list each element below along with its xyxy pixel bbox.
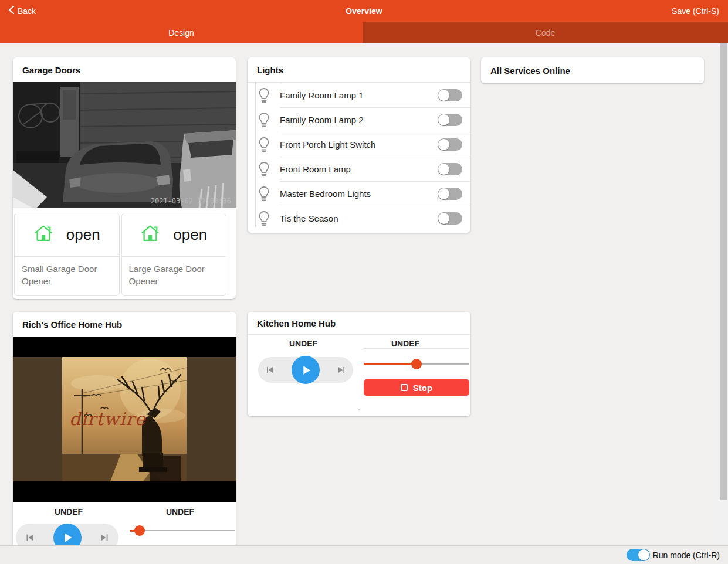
stop-button-label: Stop xyxy=(413,383,432,393)
lights-list: Family Room Lamp 1 Family Room Lamp 2 Fr… xyxy=(248,83,470,230)
office-hub-artwork: dirtwire xyxy=(13,337,236,502)
house-icon xyxy=(140,224,160,246)
tab-design[interactable]: Design xyxy=(0,22,363,43)
light-toggle[interactable] xyxy=(438,138,462,151)
tab-code[interactable]: Code xyxy=(363,22,728,43)
office-media-controls xyxy=(16,524,118,545)
slider-track xyxy=(130,530,235,531)
card-kitchen-home-hub: Kitchen Home Hub UNDEF UNDEF xyxy=(248,312,470,416)
light-row: Family Room Lamp 1 xyxy=(248,83,470,107)
light-row: Tis the Season xyxy=(248,206,470,230)
office-hub-controls xyxy=(13,522,236,545)
garage-opener-small: open Small Garage Door Opener xyxy=(14,213,120,296)
light-toggle[interactable] xyxy=(438,212,462,225)
skip-previous-button[interactable] xyxy=(264,364,276,376)
card-office-home-hub: Rich's Office Home Hub xyxy=(13,312,236,545)
light-row: Master Bedroom Lights xyxy=(248,181,470,206)
garage-door-state: open xyxy=(173,226,207,244)
card-garage-doors: Garage Doors xyxy=(13,57,236,299)
slider-knob[interactable] xyxy=(134,525,145,536)
album-art: dirtwire xyxy=(13,357,236,481)
light-toggle[interactable] xyxy=(438,114,462,126)
lightbulb-icon xyxy=(248,111,280,128)
garage-card-title: Garage Doors xyxy=(13,57,236,82)
light-toggle[interactable] xyxy=(438,163,462,175)
page-title: Overview xyxy=(0,6,728,16)
garage-open-button-large[interactable]: open xyxy=(122,213,226,257)
light-label: Family Room Lamp 2 xyxy=(280,115,438,125)
house-icon xyxy=(33,224,53,246)
slider-knob[interactable] xyxy=(411,359,422,369)
stop-square-icon xyxy=(401,384,408,391)
garage-opener-large: open Large Garage Door Opener xyxy=(121,213,227,296)
lightbulb-icon xyxy=(248,136,280,152)
garage-opener-label: Large Garage Door Opener xyxy=(122,257,226,295)
kitchen-column-divider xyxy=(364,348,469,349)
play-button[interactable] xyxy=(53,524,82,545)
light-toggle[interactable] xyxy=(438,188,462,200)
services-status-text: All Services Online xyxy=(481,66,580,76)
kitchen-track-label: UNDEF xyxy=(248,339,359,348)
light-row: Family Room Lamp 2 xyxy=(248,107,470,132)
album-title-text: dirtwire xyxy=(69,409,147,429)
light-row: Front Room Lamp xyxy=(248,157,470,181)
office-track-label: UNDEF xyxy=(13,507,124,517)
skip-previous-button[interactable] xyxy=(23,531,36,544)
scrollbar-thumb[interactable] xyxy=(720,43,727,500)
office-volume-slider[interactable] xyxy=(130,525,235,536)
lights-card-title: Lights xyxy=(248,57,470,83)
office-hub-labels: UNDEF UNDEF xyxy=(13,502,236,522)
slider-fill xyxy=(364,363,417,365)
kitchen-hub-controls: Stop - xyxy=(248,352,470,417)
scrollbar-track[interactable] xyxy=(720,43,728,545)
kitchen-volume-slider[interactable] xyxy=(364,359,469,369)
garage-door-state: open xyxy=(66,226,100,244)
card-lights: Lights Family Room Lamp 1 Family Room La… xyxy=(248,57,470,233)
light-label: Tis the Season xyxy=(280,213,438,223)
top-bar: Back Overview Save (Ctrl-S) xyxy=(0,0,728,22)
run-mode-label: Run mode (Ctrl-R) xyxy=(653,551,720,560)
skip-next-button[interactable] xyxy=(98,531,111,544)
card-services-status: All Services Online xyxy=(481,57,704,83)
lightbulb-icon xyxy=(248,161,280,177)
office-volume-label: UNDEF xyxy=(124,507,236,517)
lightbulb-icon xyxy=(248,87,280,103)
kitchen-volume-label: UNDEF xyxy=(359,339,470,348)
tab-bar: Design Code xyxy=(0,22,728,43)
kitchen-hub-title: Kitchen Home Hub xyxy=(248,312,470,335)
run-mode-toggle[interactable] xyxy=(627,549,650,561)
office-hub-title: Rich's Office Home Hub xyxy=(13,312,236,337)
save-button[interactable]: Save (Ctrl-S) xyxy=(672,6,719,16)
lightbulb-icon xyxy=(248,210,280,226)
kitchen-hub-labels: UNDEF UNDEF xyxy=(248,335,470,352)
camera-timestamp: 2021-03-02 01:00:36 xyxy=(151,197,231,205)
dashboard-canvas: Garage Doors xyxy=(0,43,728,545)
garage-camera-image: 2021-03-02 01:00:36 xyxy=(13,82,236,208)
kitchen-footer-text: - xyxy=(248,404,470,413)
garage-openers: open Small Garage Door Opener xyxy=(13,208,236,296)
light-label: Master Bedroom Lights xyxy=(280,189,438,199)
kitchen-media-controls xyxy=(258,357,353,383)
app-window: Back Overview Save (Ctrl-S) Design Code … xyxy=(0,0,728,564)
garage-opener-label: Small Garage Door Opener xyxy=(15,257,119,295)
light-label: Front Porch Light Switch xyxy=(280,140,438,150)
light-label: Front Room Lamp xyxy=(280,164,438,174)
light-row: Front Porch Light Switch xyxy=(248,132,470,157)
lightbulb-icon xyxy=(248,185,280,202)
skip-next-button[interactable] xyxy=(336,364,347,376)
stop-button[interactable]: Stop xyxy=(364,379,469,396)
play-button[interactable] xyxy=(292,356,320,384)
light-toggle[interactable] xyxy=(438,89,462,101)
status-bar: Run mode (Ctrl-R) xyxy=(0,545,728,564)
light-label: Family Room Lamp 1 xyxy=(280,90,438,100)
garage-open-button-small[interactable]: open xyxy=(15,213,119,257)
